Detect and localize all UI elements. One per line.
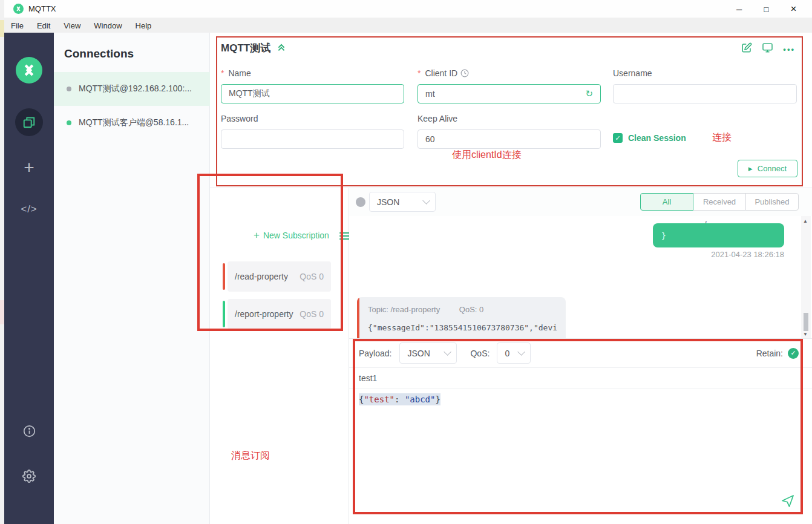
mqttx-logo-icon	[16, 57, 42, 84]
scrollbar-thumb[interactable]	[804, 313, 808, 331]
main-area: MQTT测试 ••• *Name MQTT测试 *Client ID mt ↻	[210, 33, 812, 524]
app-logo-icon	[13, 4, 24, 14]
subscription-read-property[interactable]: /read-property QoS 0	[223, 261, 331, 292]
tab-published[interactable]: Published	[745, 193, 799, 211]
connection-item-selected[interactable]: MQTT测试@192.168.2.100:...	[54, 72, 210, 106]
annotation-subscribe-note: 消息订阅	[231, 450, 270, 462]
menu-window[interactable]: Window	[87, 18, 128, 33]
maximize-button[interactable]: □	[753, 0, 780, 18]
topic-qos: QoS 0	[300, 272, 324, 281]
json-colon: :	[395, 393, 405, 405]
send-icon[interactable]	[781, 494, 795, 511]
subscription-report-property[interactable]: /report-property QoS 0	[223, 299, 331, 329]
menu-bar: File Edit View Window Help	[4, 18, 812, 33]
connections-title: Connections	[54, 33, 209, 61]
published-message-cut-line: ,	[653, 215, 784, 224]
clean-session-checkbox[interactable]: ✓	[613, 133, 623, 143]
about-icon[interactable]	[4, 425, 54, 440]
mqttx-window: MQTTX ─ □ × File Edit View Window Help +…	[0, 0, 812, 524]
close-button[interactable]: ×	[780, 0, 807, 18]
connection-title: MQTT测试	[221, 41, 270, 55]
settings-gear-icon[interactable]	[4, 470, 54, 485]
username-label: Username	[613, 68, 652, 78]
menu-file[interactable]: File	[4, 18, 30, 33]
connections-panel: Connections MQTT测试@192.168.2.100:... MQT…	[54, 33, 210, 524]
connection-name: MQTT测试客户端@58.16.1...	[79, 117, 189, 128]
desktop-edge-pink	[0, 300, 4, 324]
json-value: "abcd"	[405, 393, 436, 405]
topic-name: /report-property	[235, 309, 293, 319]
topic-color-bar	[223, 301, 225, 327]
connection-item[interactable]: MQTT测试客户端@58.16.1...	[54, 106, 210, 140]
messages-scrollbar[interactable]: ▲ ▼	[801, 216, 811, 338]
desktop-edge-yellow	[0, 20, 4, 37]
client-id-input[interactable]: mt ↻	[417, 84, 601, 103]
message-format-select[interactable]: JSON	[369, 192, 436, 212]
json-brace: }	[435, 393, 440, 405]
refresh-icon[interactable]: ↻	[585, 88, 593, 99]
payload-label: Payload:	[359, 349, 391, 358]
received-topic: Topic: /read-property	[368, 305, 440, 314]
username-input[interactable]	[613, 84, 797, 103]
connections-nav-icon[interactable]	[15, 108, 43, 136]
published-message-bubble[interactable]: }	[653, 223, 784, 247]
received-qos: QoS: 0	[459, 305, 483, 314]
desktop-edge-left	[0, 0, 4, 524]
script-nav-icon[interactable]: </>	[4, 203, 54, 215]
more-options-icon[interactable]: •••	[783, 45, 795, 54]
title-bar: MQTTX ─ □ ×	[4, 0, 812, 18]
edit-connection-icon[interactable]	[741, 42, 752, 56]
clock-icon	[460, 69, 469, 77]
message-filter-tabs: All Received Published	[641, 193, 799, 211]
payload-format-select[interactable]: JSON	[399, 342, 457, 364]
minimize-button[interactable]: ─	[725, 0, 753, 18]
collapse-icon[interactable]	[277, 42, 286, 54]
messages-toolbar: JSON All Received Published	[349, 188, 812, 216]
published-timestamp: 2021-04-23 18:26:18	[711, 250, 784, 259]
publish-payload-editor[interactable]: {"test": "abcd"}	[359, 395, 440, 404]
status-dot-gray-icon	[67, 87, 71, 91]
scroll-down-icon[interactable]: ▼	[803, 332, 808, 337]
name-label: *Name	[221, 68, 251, 78]
annotation-client-id-note: 使用clientId连接	[452, 149, 522, 162]
status-circle-icon	[356, 197, 365, 207]
publish-topic-input[interactable]: test1	[349, 368, 812, 389]
keep-alive-label: Keep Alive	[417, 114, 457, 123]
connection-name: MQTT测试@192.168.2.100:...	[79, 84, 192, 94]
menu-edit[interactable]: Edit	[30, 18, 57, 33]
collapse-list-icon[interactable]	[339, 231, 350, 241]
publish-toolbar: Payload: JSON QoS: 0 Retain: ✓	[349, 339, 812, 368]
tab-all[interactable]: All	[640, 193, 693, 211]
client-id-label: *Client ID	[417, 68, 469, 78]
menu-view[interactable]: View	[57, 18, 87, 33]
connect-button[interactable]: ▶ Connect	[738, 160, 797, 177]
messages-area: JSON All Received Published , } 2021-04-…	[349, 188, 812, 338]
password-label: Password	[221, 114, 258, 123]
plus-icon: +	[254, 229, 260, 241]
new-subscription-button[interactable]: + New Subscription	[254, 229, 329, 241]
publish-panel: Payload: JSON QoS: 0 Retain: ✓ test1 {"t…	[349, 338, 812, 524]
status-dot-green-icon	[67, 120, 71, 125]
name-input[interactable]: MQTT测试	[221, 84, 404, 103]
json-key: "test"	[364, 393, 395, 405]
topic-color-bar	[223, 263, 225, 290]
retain-label: Retain:	[756, 349, 783, 358]
topic-name: /read-property	[235, 272, 288, 281]
tab-received[interactable]: Received	[693, 193, 746, 211]
chevron-down-icon	[518, 348, 526, 356]
subscriptions-panel: + New Subscription /read-property QoS 0 …	[210, 188, 349, 524]
topic-qos: QoS 0	[300, 309, 324, 319]
nav-sidebar: + </>	[4, 33, 54, 524]
password-input[interactable]	[221, 129, 404, 149]
retain-checkbox[interactable]: ✓	[788, 348, 799, 359]
window-title: MQTTX	[28, 4, 56, 13]
chevron-down-icon	[444, 348, 452, 356]
scroll-up-icon[interactable]: ▲	[803, 218, 808, 224]
play-icon: ▶	[748, 166, 753, 172]
qos-select[interactable]: 0	[497, 342, 531, 364]
monitor-icon[interactable]	[762, 42, 773, 56]
keep-alive-input[interactable]: 60	[417, 129, 601, 149]
menu-help[interactable]: Help	[129, 18, 159, 33]
chevron-down-icon	[422, 197, 430, 205]
new-connection-icon[interactable]: +	[4, 157, 54, 178]
